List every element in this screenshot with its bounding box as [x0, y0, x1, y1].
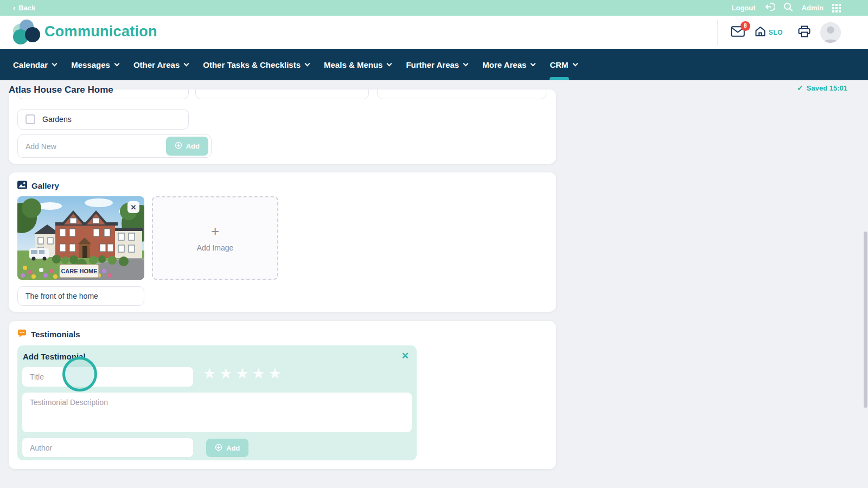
testimonials-card: Testimonials Add Testimonial ✕ ★★★★★ Add: [9, 321, 556, 469]
admin-menu[interactable]: Admin: [802, 4, 824, 12]
nav-crm[interactable]: CRM: [550, 49, 577, 80]
site-code-label: SLO: [769, 29, 783, 36]
back-button[interactable]: ‹ Back: [13, 4, 35, 12]
page-title: Communication: [44, 23, 157, 40]
user-avatar[interactable]: [820, 22, 841, 43]
gallery-photo: CARE HOME ✕: [17, 196, 144, 280]
home-icon[interactable]: [755, 26, 766, 39]
logout-icon[interactable]: [764, 2, 775, 14]
testimonial-author-input[interactable]: [22, 438, 193, 457]
chevron-down-icon: [52, 61, 58, 66]
gardens-label: Gardens: [42, 115, 72, 124]
unread-count-badge: 8: [741, 21, 750, 31]
plus-circle-icon: [175, 142, 182, 151]
image-caption-input[interactable]: [17, 286, 144, 306]
star-rating[interactable]: ★★★★★: [203, 365, 285, 382]
print-icon[interactable]: [798, 25, 810, 40]
add-image-dropzone[interactable]: + Add Image: [152, 196, 278, 280]
add-new-row: Add: [17, 134, 212, 158]
logout-button[interactable]: Logout: [732, 4, 756, 12]
active-tab-indicator: [550, 77, 569, 80]
plus-circle-icon: [215, 444, 222, 453]
care-home-sign-text: CARE HOME: [61, 268, 97, 274]
chevron-down-icon: [387, 61, 392, 66]
chevron-down-icon: [114, 61, 119, 66]
testimonials-title: Testimonials: [31, 330, 80, 339]
chevron-down-icon: [572, 61, 578, 66]
remove-image-button[interactable]: ✕: [127, 201, 139, 213]
gallery-card: Gallery: [9, 172, 556, 312]
chevron-down-icon: [184, 61, 189, 66]
nav-further-areas[interactable]: Further Areas: [406, 49, 468, 80]
gallery-title: Gallery: [31, 181, 59, 190]
truncated-input[interactable]: [377, 89, 546, 99]
chevron-left-icon: ‹: [13, 4, 15, 12]
nav-calendar[interactable]: Calendar: [13, 49, 56, 80]
click-indicator: [62, 357, 97, 391]
chevron-down-icon: [463, 61, 469, 66]
gallery-icon: [17, 181, 27, 191]
apps-grid-icon[interactable]: [832, 4, 841, 12]
top-utility-bar: ‹ Back Logout Admin: [0, 0, 868, 16]
app-header: Communication 8 SLO: [0, 16, 868, 49]
check-icon: ✓: [797, 84, 803, 92]
scrollbar-thumb[interactable]: [864, 232, 867, 408]
gardens-checkbox[interactable]: [25, 114, 35, 124]
nav-meals-menus[interactable]: Meals & Menus: [324, 49, 391, 80]
messages-icon[interactable]: 8: [731, 26, 745, 39]
back-label: Back: [18, 4, 35, 12]
truncated-input[interactable]: [195, 89, 369, 99]
breadcrumb-title: Atlas House Care Home: [9, 85, 113, 95]
content-area: Atlas House Care Home ✓ Saved 15:01 Gard…: [0, 80, 868, 488]
add-image-label: Add Image: [197, 243, 234, 252]
testimonial-chat-icon: [17, 329, 27, 339]
close-panel-icon[interactable]: ✕: [401, 350, 409, 362]
app-logo: [13, 20, 39, 46]
header-divider: [717, 20, 718, 45]
gardens-option-row: Gardens: [17, 109, 189, 130]
add-new-input[interactable]: [25, 142, 166, 151]
add-testimonial-button[interactable]: Add: [206, 439, 248, 457]
testimonial-title-input[interactable]: [22, 367, 193, 387]
nav-other-tasks-checklists[interactable]: Other Tasks & Checklists: [203, 49, 309, 80]
add-button[interactable]: Add: [166, 137, 208, 156]
search-icon[interactable]: [783, 2, 793, 14]
save-status: ✓ Saved 15:01: [797, 84, 847, 92]
chevron-down-icon: [305, 61, 310, 66]
nav-more-areas[interactable]: More Areas: [482, 49, 535, 80]
chevron-down-icon: [531, 61, 536, 66]
amenities-card: Gardens Add: [9, 89, 556, 164]
testimonial-description-input[interactable]: [22, 393, 412, 432]
plus-icon: +: [211, 224, 219, 238]
main-nav: Calendar Messages Other Areas Other Task…: [0, 49, 868, 80]
nav-other-areas[interactable]: Other Areas: [133, 49, 188, 80]
save-status-label: Saved 15:01: [807, 84, 847, 92]
nav-messages[interactable]: Messages: [71, 49, 119, 80]
